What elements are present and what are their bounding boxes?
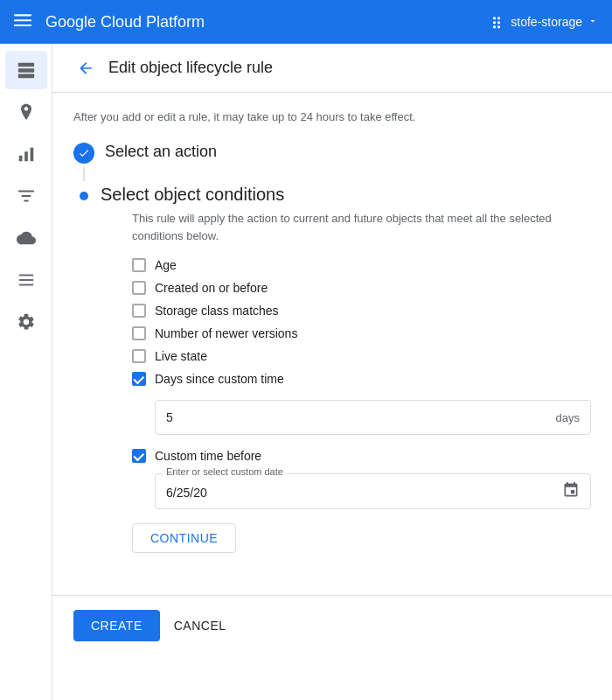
- step2-indicator: [80, 192, 88, 200]
- project-name: stofe-storage: [511, 15, 582, 29]
- svg-rect-2: [14, 24, 31, 26]
- checkbox-age[interactable]: Age: [132, 258, 591, 272]
- checkbox-created-box[interactable]: [132, 281, 146, 295]
- checkbox-storage-class-matches[interactable]: Storage class matches: [132, 304, 591, 318]
- svg-rect-10: [17, 68, 33, 73]
- svg-point-5: [493, 21, 496, 24]
- topbar: Google Cloud Platform stofe-storage: [0, 0, 612, 44]
- svg-rect-16: [18, 279, 33, 281]
- page-header: Edit object lifecycle rule: [52, 44, 612, 93]
- checkbox-age-box[interactable]: [132, 258, 146, 272]
- step2-title: Select object conditions: [101, 185, 284, 204]
- checkbox-live-label: Live state: [155, 349, 207, 363]
- svg-rect-1: [14, 19, 31, 21]
- svg-point-4: [497, 17, 500, 19]
- continue-button[interactable]: CONTINUE: [132, 523, 236, 553]
- svg-rect-17: [18, 284, 33, 286]
- step1-indicator: [73, 143, 94, 164]
- checkbox-age-label: Age: [155, 258, 177, 272]
- days-input-wrapper: days: [155, 400, 591, 435]
- checkbox-days-since-custom[interactable]: Days since custom time: [132, 372, 591, 386]
- svg-rect-14: [30, 148, 33, 162]
- checkbox-newer-versions[interactable]: Number of newer versions: [132, 326, 591, 340]
- step2-row: Select object conditions This rule will …: [73, 185, 591, 553]
- step1-row: Select an action: [73, 141, 591, 164]
- step2-description: This rule will apply the action to curre…: [132, 210, 591, 244]
- custom-time-header: Custom time before: [132, 449, 591, 463]
- dropdown-icon: [588, 15, 598, 29]
- svg-rect-11: [17, 74, 33, 79]
- date-field-value: 6/25/20: [166, 486, 207, 500]
- days-unit-label: days: [556, 411, 580, 424]
- content-area: After you add or edit a rule, it may tak…: [52, 93, 612, 581]
- sidebar-item-fuel[interactable]: [5, 93, 47, 131]
- checkbox-storage-label: Storage class matches: [155, 304, 279, 318]
- sidebar-item-storage[interactable]: [5, 51, 47, 89]
- svg-rect-0: [14, 14, 31, 16]
- sidebar: [0, 44, 52, 700]
- create-button[interactable]: CREATE: [73, 610, 160, 641]
- custom-time-section: Custom time before Enter or select custo…: [132, 449, 591, 553]
- svg-point-6: [497, 21, 500, 24]
- date-field-wrapper: Enter or select custom date 6/25/20: [155, 473, 591, 509]
- notice-text: After you add or edit a rule, it may tak…: [73, 110, 591, 123]
- main-layout: Edit object lifecycle rule After you add…: [0, 44, 612, 700]
- svg-rect-12: [18, 156, 22, 161]
- bottom-row: CREATE CANCEL: [52, 595, 612, 655]
- checkbox-days-box[interactable]: [132, 372, 146, 386]
- checkbox-days-label: Days since custom time: [155, 372, 284, 386]
- step2-content: This rule will apply the action to curre…: [132, 210, 591, 553]
- checkbox-created-on-or-before[interactable]: Created on or before: [132, 281, 591, 295]
- step-connector: [83, 167, 85, 181]
- svg-point-3: [493, 17, 496, 19]
- sidebar-item-settings[interactable]: [5, 303, 47, 341]
- sidebar-item-list[interactable]: [5, 261, 47, 299]
- cancel-button[interactable]: CANCEL: [174, 619, 226, 633]
- custom-time-label: Custom time before: [155, 449, 261, 463]
- svg-point-8: [497, 25, 500, 28]
- days-input[interactable]: [166, 410, 556, 424]
- svg-rect-9: [17, 63, 33, 67]
- svg-rect-13: [24, 151, 28, 161]
- date-field-label: Enter or select custom date: [163, 466, 287, 477]
- sidebar-item-cloud[interactable]: [5, 219, 47, 257]
- step1-title: Select an action: [105, 141, 217, 161]
- back-button[interactable]: [73, 56, 98, 80]
- menu-icon[interactable]: [14, 11, 31, 33]
- svg-rect-15: [18, 275, 33, 276]
- main-content: Edit object lifecycle rule After you add…: [52, 44, 612, 700]
- action-row: CONTINUE: [132, 523, 591, 553]
- calendar-icon[interactable]: [562, 481, 580, 503]
- checkbox-custom-time-box[interactable]: [132, 449, 146, 463]
- app-title: Google Cloud Platform: [45, 13, 474, 32]
- checkbox-newer-box[interactable]: [132, 326, 146, 340]
- sidebar-item-filter[interactable]: [5, 177, 47, 215]
- date-field-inner: 6/25/20: [166, 481, 580, 503]
- checkbox-newer-label: Number of newer versions: [155, 326, 297, 340]
- page-title: Edit object lifecycle rule: [108, 59, 273, 77]
- checkbox-live-box[interactable]: [132, 349, 146, 363]
- checkbox-created-label: Created on or before: [155, 281, 268, 295]
- checkbox-storage-box[interactable]: [132, 304, 146, 318]
- sidebar-item-chart[interactable]: [5, 135, 47, 173]
- checkbox-live-state[interactable]: Live state: [132, 349, 591, 363]
- conditions-list: Age Created on or before Storage class m…: [132, 258, 591, 386]
- svg-point-7: [493, 25, 496, 28]
- project-selector[interactable]: stofe-storage: [488, 13, 598, 31]
